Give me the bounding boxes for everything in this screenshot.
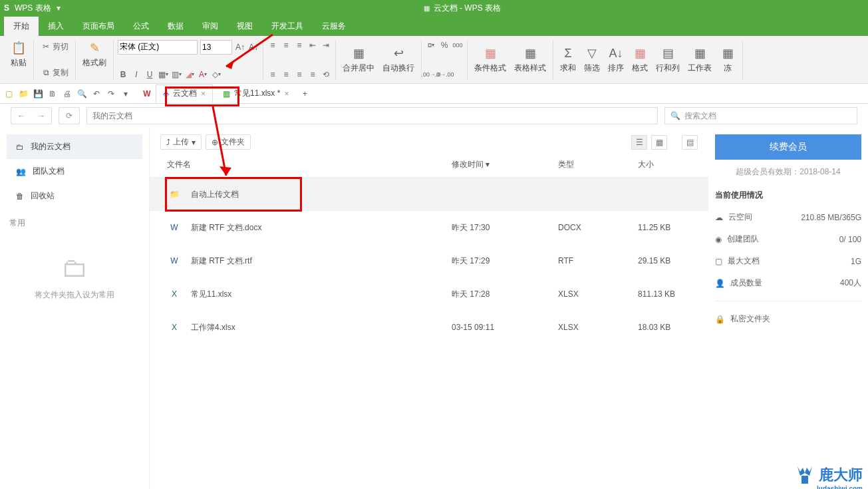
qat-dropdown-icon[interactable]: ▾ — [120, 88, 132, 100]
tab-start[interactable]: 开始 — [4, 17, 39, 36]
underline-icon[interactable]: U — [144, 69, 155, 80]
close-icon[interactable]: × — [284, 89, 289, 98]
filter-button[interactable]: ▽筛选 — [581, 45, 603, 74]
nav-back-button[interactable]: ← — [11, 108, 31, 124]
file-row[interactable]: X常见11.xlsx昨天 17:28XLSX811.13 KB — [150, 277, 708, 311]
lock-icon: 🔒 — [715, 315, 725, 324]
col-modified[interactable]: 修改时间 ▾ — [452, 159, 558, 170]
bold-icon[interactable]: B — [118, 69, 128, 80]
italic-icon[interactable]: I — [131, 69, 142, 80]
file-row[interactable]: X工作簿4.xlsx03-15 09:11XLSX18.03 KB — [150, 311, 708, 344]
comma-icon[interactable]: 000 — [452, 40, 463, 51]
file-row[interactable]: 📁自动上传文档 — [150, 178, 708, 211]
copy-button[interactable]: ⧉复制 — [38, 66, 71, 80]
doctab-file2[interactable]: ▦ 常见11.xlsx * × — [216, 84, 296, 103]
preview-icon[interactable]: 🔍 — [76, 88, 88, 100]
align-middle-icon[interactable]: ≡ — [281, 40, 291, 51]
increase-font-icon[interactable]: A↑ — [235, 42, 245, 53]
align-right-icon[interactable]: ≡ — [294, 69, 305, 80]
upload-button[interactable]: ⤴上传▾ — [160, 134, 202, 150]
private-folder-button[interactable]: 🔒私密文件夹 — [715, 308, 861, 330]
border2-icon[interactable]: ▥▾ — [171, 69, 182, 80]
col-name[interactable]: 文件名 — [160, 159, 452, 170]
merge-center-button[interactable]: ▦合并居中 — [340, 45, 377, 74]
add-tab-icon[interactable]: + — [299, 88, 311, 100]
sort-button[interactable]: A↓排序 — [605, 45, 627, 74]
redo-icon[interactable]: ↷ — [105, 88, 117, 100]
align-justify-icon[interactable]: ≡ — [307, 69, 318, 80]
wrap-text-button[interactable]: ↩自动换行 — [380, 45, 417, 74]
indent-dec-icon[interactable]: ⇤ — [307, 40, 318, 51]
view-detail-button[interactable]: ▤ — [682, 135, 698, 150]
view-grid-button[interactable]: ▦ — [651, 135, 667, 150]
file-type: DOCX — [558, 223, 638, 232]
file-size: 18.03 KB — [638, 323, 698, 332]
file-row[interactable]: W新建 RTF 文档.rtf昨天 17:29RTF29.15 KB — [150, 244, 708, 277]
col-size[interactable]: 大小 — [638, 159, 698, 170]
file-row[interactable]: W新建 RTF 文档.docx昨天 17:30DOCX11.25 KB — [150, 211, 708, 244]
search-input[interactable]: 🔍 搜索文档 — [664, 107, 857, 124]
doctab-cloud[interactable]: ⬘ 云文档 × — [156, 84, 213, 103]
sidebar-common-label: 常用 — [7, 208, 142, 233]
fill-color-icon[interactable]: ◢▾ — [184, 69, 195, 80]
cond-format-button[interactable]: ▦条件格式 — [472, 45, 509, 74]
decrease-font-icon[interactable]: A↓ — [248, 42, 259, 53]
font-name-select[interactable] — [118, 40, 198, 55]
file-size: 11.25 KB — [638, 223, 698, 232]
tab-review[interactable]: 审阅 — [193, 17, 227, 36]
indent-inc-icon[interactable]: ⇥ — [321, 40, 331, 51]
new-folder-button[interactable]: ⊕文件夹 — [206, 134, 251, 150]
align-top-icon[interactable]: ≡ — [267, 40, 278, 51]
person-icon: 👤 — [715, 279, 725, 288]
freeze-button[interactable]: ▦冻 — [717, 45, 738, 74]
currency-icon[interactable]: ¤▾ — [426, 40, 436, 51]
rowcol-button[interactable]: ▤行和列 — [653, 45, 682, 74]
undo-icon[interactable]: ↶ — [90, 88, 102, 100]
align-center-icon[interactable]: ≡ — [281, 69, 291, 80]
tab-data[interactable]: 数据 — [158, 17, 193, 36]
nav-forward-button[interactable]: → — [31, 108, 51, 124]
app-menu-dropdown-icon[interactable]: ▾ — [57, 3, 61, 13]
view-list-button[interactable]: ☰ — [631, 135, 647, 150]
dropzone[interactable]: 🗀 将文件夹拖入设为常用 — [7, 253, 142, 301]
sidebar-item-mydocs[interactable]: 🗀 我的云文档 — [7, 134, 142, 159]
tab-insert[interactable]: 插入 — [39, 17, 73, 36]
tab-cloud[interactable]: 云服务 — [313, 17, 355, 36]
clear-format-icon[interactable]: ◇▾ — [211, 69, 221, 80]
font-color-icon[interactable]: A▾ — [198, 69, 208, 80]
sort-icon: A↓ — [608, 45, 624, 61]
nav-refresh-button[interactable]: ⟳ — [59, 108, 79, 124]
font-size-select[interactable] — [200, 40, 232, 55]
format-painter-button[interactable]: ✎ 格式刷 — [80, 40, 109, 69]
sidebar-item-team[interactable]: 👥 团队文档 — [7, 159, 142, 184]
col-type[interactable]: 类型 — [558, 159, 638, 170]
table-style-button[interactable]: ▦表格样式 — [511, 45, 549, 74]
paste-button[interactable]: 📋 粘贴 — [8, 40, 29, 69]
breadcrumb[interactable]: 我的云文档 — [86, 107, 658, 124]
tab-layout[interactable]: 页面布局 — [73, 17, 124, 36]
inc-decimal-icon[interactable]: .0→.00 — [439, 69, 450, 80]
tab-view[interactable]: 视图 — [227, 17, 262, 36]
saveas-icon[interactable]: 🗎 — [47, 88, 59, 100]
format-button[interactable]: ▦格式 — [629, 45, 651, 74]
border-icon[interactable]: ▦▾ — [158, 69, 168, 80]
quick-access-bar: ▢ 📁 💾 🗎 🖨 🔍 ↶ ↷ ▾ W ⬘ 云文档 × ▦ 常见11.xlsx … — [0, 84, 868, 104]
sidebar-item-trash[interactable]: 🗑 回收站 — [7, 184, 142, 208]
cut-button[interactable]: ✂剪切 — [38, 40, 71, 54]
sum-button[interactable]: Σ求和 — [557, 45, 579, 74]
worksheet-button[interactable]: ▦工作表 — [685, 45, 714, 74]
tab-formula[interactable]: 公式 — [124, 17, 158, 36]
align-bottom-icon[interactable]: ≡ — [294, 40, 305, 51]
print-icon[interactable]: 🖨 — [61, 88, 73, 100]
tab-devtools[interactable]: 开发工具 — [262, 17, 313, 36]
renew-button[interactable]: 续费会员 — [715, 134, 861, 160]
orientation-icon[interactable]: ⟲ — [321, 69, 331, 80]
wps-logo-icon[interactable]: W — [141, 88, 153, 100]
align-left-icon[interactable]: ≡ — [267, 69, 278, 80]
percent-icon[interactable]: % — [439, 40, 450, 51]
close-icon[interactable]: × — [201, 89, 206, 98]
open-icon[interactable]: 📁 — [17, 88, 29, 100]
save-icon[interactable]: 💾 — [32, 88, 44, 100]
sheet-icon: ▦ — [692, 45, 708, 61]
new-icon[interactable]: ▢ — [3, 88, 15, 100]
